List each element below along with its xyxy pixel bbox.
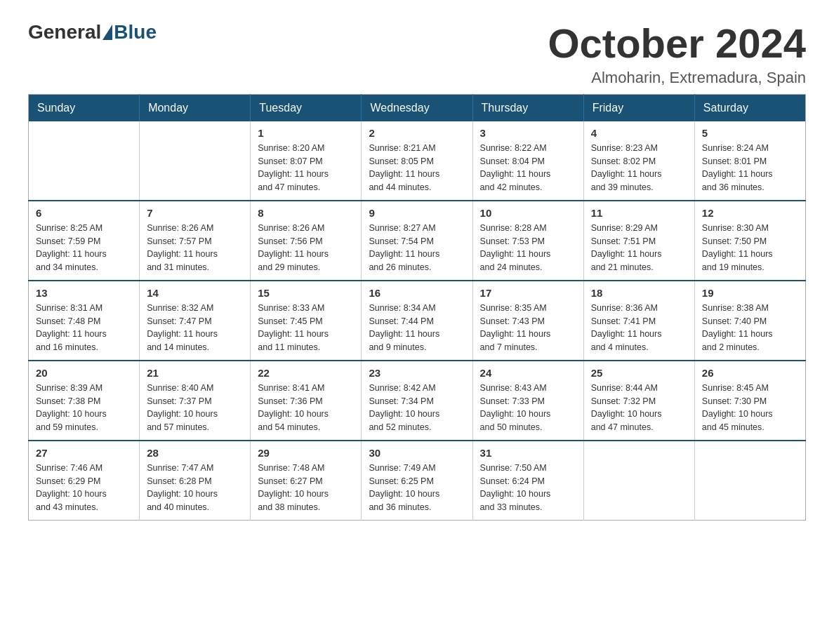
calendar-cell: 27Sunrise: 7:46 AMSunset: 6:29 PMDayligh… [29,441,140,521]
calendar-week-row: 27Sunrise: 7:46 AMSunset: 6:29 PMDayligh… [29,441,806,521]
day-number: 6 [36,207,132,219]
calendar-cell: 21Sunrise: 8:40 AMSunset: 7:37 PMDayligh… [140,361,251,441]
day-info: Sunrise: 8:20 AMSunset: 8:07 PMDaylight:… [258,142,354,194]
day-info: Sunrise: 8:26 AMSunset: 7:56 PMDaylight:… [258,222,354,274]
weekday-header-sunday: Sunday [29,94,140,121]
calendar-cell: 9Sunrise: 8:27 AMSunset: 7:54 PMDaylight… [362,201,472,281]
calendar-cell [694,441,805,521]
day-info: Sunrise: 7:50 AMSunset: 6:24 PMDaylight:… [480,462,576,514]
day-info: Sunrise: 8:21 AMSunset: 8:05 PMDaylight:… [369,142,465,194]
calendar-cell: 23Sunrise: 8:42 AMSunset: 7:34 PMDayligh… [362,361,472,441]
calendar-cell: 14Sunrise: 8:32 AMSunset: 7:47 PMDayligh… [140,281,251,361]
day-number: 3 [480,127,576,139]
day-info: Sunrise: 7:47 AMSunset: 6:28 PMDaylight:… [147,462,243,514]
day-info: Sunrise: 8:26 AMSunset: 7:57 PMDaylight:… [147,222,243,274]
day-number: 25 [591,367,687,379]
day-info: Sunrise: 7:46 AMSunset: 6:29 PMDaylight:… [36,462,132,514]
day-number: 5 [702,127,798,139]
day-number: 11 [591,207,687,219]
page-header: General Blue October 2024 Almoharin, Ext… [28,21,806,87]
weekday-header-friday: Friday [583,94,694,121]
day-number: 8 [258,207,354,219]
day-info: Sunrise: 7:49 AMSunset: 6:25 PMDaylight:… [369,462,465,514]
calendar-cell: 20Sunrise: 8:39 AMSunset: 7:38 PMDayligh… [29,361,140,441]
day-number: 19 [702,287,798,299]
day-number: 17 [480,287,576,299]
calendar-cell [29,121,140,201]
calendar-cell: 12Sunrise: 8:30 AMSunset: 7:50 PMDayligh… [694,201,805,281]
day-number: 9 [369,207,465,219]
calendar-cell: 10Sunrise: 8:28 AMSunset: 7:53 PMDayligh… [472,201,583,281]
day-number: 12 [702,207,798,219]
day-number: 28 [147,447,243,459]
calendar-cell: 8Sunrise: 8:26 AMSunset: 7:56 PMDaylight… [251,201,362,281]
weekday-header-tuesday: Tuesday [251,94,362,121]
day-info: Sunrise: 8:22 AMSunset: 8:04 PMDaylight:… [480,142,576,194]
day-number: 30 [369,447,465,459]
day-number: 7 [147,207,243,219]
logo-general-text: General [28,21,101,43]
day-info: Sunrise: 8:28 AMSunset: 7:53 PMDaylight:… [480,222,576,274]
calendar-cell: 2Sunrise: 8:21 AMSunset: 8:05 PMDaylight… [362,121,472,201]
calendar-cell: 3Sunrise: 8:22 AMSunset: 8:04 PMDaylight… [472,121,583,201]
logo-triangle-icon [102,25,112,40]
title-block: October 2024 Almoharin, Extremadura, Spa… [548,21,806,87]
day-info: Sunrise: 8:32 AMSunset: 7:47 PMDaylight:… [147,302,243,354]
day-number: 1 [258,127,354,139]
calendar-cell: 19Sunrise: 8:38 AMSunset: 7:40 PMDayligh… [694,281,805,361]
calendar-cell: 31Sunrise: 7:50 AMSunset: 6:24 PMDayligh… [472,441,583,521]
weekday-header-row: SundayMondayTuesdayWednesdayThursdayFrid… [29,94,806,121]
day-number: 2 [369,127,465,139]
day-info: Sunrise: 8:43 AMSunset: 7:33 PMDaylight:… [480,382,576,434]
day-number: 24 [480,367,576,379]
day-info: Sunrise: 8:33 AMSunset: 7:45 PMDaylight:… [258,302,354,354]
day-info: Sunrise: 8:30 AMSunset: 7:50 PMDaylight:… [702,222,798,274]
day-info: Sunrise: 8:41 AMSunset: 7:36 PMDaylight:… [258,382,354,434]
weekday-header-saturday: Saturday [694,94,805,121]
calendar-cell: 17Sunrise: 8:35 AMSunset: 7:43 PMDayligh… [472,281,583,361]
day-info: Sunrise: 8:45 AMSunset: 7:30 PMDaylight:… [702,382,798,434]
day-info: Sunrise: 8:38 AMSunset: 7:40 PMDaylight:… [702,302,798,354]
day-number: 10 [480,207,576,219]
month-title: October 2024 [548,21,806,66]
calendar-cell: 26Sunrise: 8:45 AMSunset: 7:30 PMDayligh… [694,361,805,441]
calendar-cell: 18Sunrise: 8:36 AMSunset: 7:41 PMDayligh… [583,281,694,361]
day-number: 20 [36,367,132,379]
day-info: Sunrise: 8:27 AMSunset: 7:54 PMDaylight:… [369,222,465,274]
day-info: Sunrise: 8:29 AMSunset: 7:51 PMDaylight:… [591,222,687,274]
day-number: 18 [591,287,687,299]
calendar-week-row: 13Sunrise: 8:31 AMSunset: 7:48 PMDayligh… [29,281,806,361]
calendar-cell: 28Sunrise: 7:47 AMSunset: 6:28 PMDayligh… [140,441,251,521]
calendar-cell: 24Sunrise: 8:43 AMSunset: 7:33 PMDayligh… [472,361,583,441]
day-info: Sunrise: 8:25 AMSunset: 7:59 PMDaylight:… [36,222,132,274]
calendar-cell: 30Sunrise: 7:49 AMSunset: 6:25 PMDayligh… [362,441,472,521]
calendar-week-row: 1Sunrise: 8:20 AMSunset: 8:07 PMDaylight… [29,121,806,201]
calendar-cell: 13Sunrise: 8:31 AMSunset: 7:48 PMDayligh… [29,281,140,361]
weekday-header-thursday: Thursday [472,94,583,121]
day-number: 21 [147,367,243,379]
calendar-cell: 25Sunrise: 8:44 AMSunset: 7:32 PMDayligh… [583,361,694,441]
day-number: 13 [36,287,132,299]
day-number: 27 [36,447,132,459]
weekday-header-wednesday: Wednesday [362,94,472,121]
calendar-cell: 11Sunrise: 8:29 AMSunset: 7:51 PMDayligh… [583,201,694,281]
day-number: 23 [369,367,465,379]
calendar-cell: 29Sunrise: 7:48 AMSunset: 6:27 PMDayligh… [251,441,362,521]
calendar-cell: 7Sunrise: 8:26 AMSunset: 7:57 PMDaylight… [140,201,251,281]
weekday-header-monday: Monday [140,94,251,121]
logo-blue-text: Blue [114,21,157,43]
calendar-cell: 1Sunrise: 8:20 AMSunset: 8:07 PMDaylight… [251,121,362,201]
day-info: Sunrise: 8:31 AMSunset: 7:48 PMDaylight:… [36,302,132,354]
day-info: Sunrise: 8:36 AMSunset: 7:41 PMDaylight:… [591,302,687,354]
calendar-week-row: 20Sunrise: 8:39 AMSunset: 7:38 PMDayligh… [29,361,806,441]
day-info: Sunrise: 8:40 AMSunset: 7:37 PMDaylight:… [147,382,243,434]
day-number: 15 [258,287,354,299]
calendar-table: SundayMondayTuesdayWednesdayThursdayFrid… [28,94,806,521]
day-info: Sunrise: 8:39 AMSunset: 7:38 PMDaylight:… [36,382,132,434]
calendar-cell: 6Sunrise: 8:25 AMSunset: 7:59 PMDaylight… [29,201,140,281]
day-number: 4 [591,127,687,139]
day-info: Sunrise: 8:42 AMSunset: 7:34 PMDaylight:… [369,382,465,434]
day-info: Sunrise: 8:23 AMSunset: 8:02 PMDaylight:… [591,142,687,194]
calendar-cell [583,441,694,521]
day-number: 29 [258,447,354,459]
